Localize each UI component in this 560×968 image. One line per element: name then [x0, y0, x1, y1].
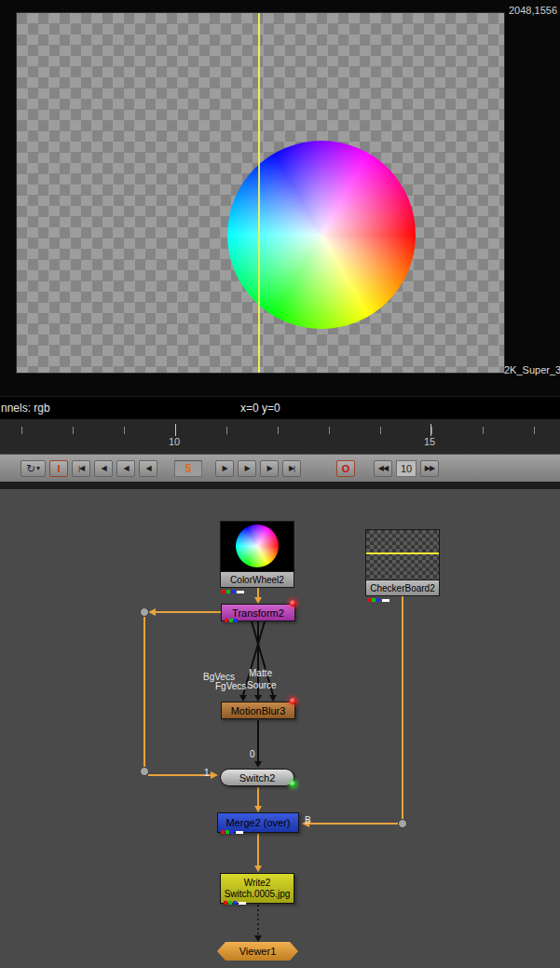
next-keyframe-button[interactable]: ▶ [260, 460, 279, 477]
node-label: Write2 [244, 878, 271, 889]
input-label-fgvecs: FgVecs [215, 681, 246, 691]
playback-mode-button[interactable]: ↻ ▾ [20, 460, 46, 477]
nuke-window: 2048,1556 2K_Super_3 nnels: rgb x=0 y=0 … [0, 0, 560, 968]
wire-motionblur-switch [254, 720, 262, 768]
node-viewer1[interactable]: Viewer1 [217, 942, 298, 961]
wire-elbow-dot [141, 768, 149, 776]
panel-divider [0, 482, 560, 489]
goto-start-button[interactable]: |◀ [72, 460, 90, 477]
current-frame-field[interactable]: 5 [174, 460, 202, 477]
colorwheel-thumb-image [236, 525, 279, 567]
node-label: MotionBlur3 [231, 705, 286, 716]
node-graph-panel[interactable]: ColorWheel2 CheckerBoard2 Transform2 [0, 482, 560, 968]
node-label: CheckerBoard2 [365, 579, 440, 596]
viewer-resolution-label: 2048,1556 [509, 5, 557, 16]
viewer-panel[interactable]: 2048,1556 2K_Super_3 [0, 0, 560, 396]
node-label: Merge2 (over) [225, 817, 290, 828]
step-forward-button[interactable]: ▶ [215, 460, 234, 477]
status-indicator [290, 781, 296, 787]
skip-back-button[interactable]: ◀◀ [374, 460, 392, 477]
input-label-1: 1 [204, 768, 210, 778]
viewer-format-label: 2K_Super_3 [504, 364, 560, 375]
node-motionblur3[interactable]: MotionBlur3 [221, 702, 295, 719]
node-label: Switch2 [239, 772, 276, 784]
input-label-matte: Matte [249, 668, 272, 678]
wire-transform-switch [144, 608, 221, 779]
transport-toolbar: ↻ ▾ I |◀ ◀ ◀ ◀ 5 ▶ ▶ ▶ ▶| O ◀◀ 10 ▶▶ [0, 454, 560, 482]
viewer-status-bar: nnels: rgb x=0 y=0 [0, 396, 560, 419]
wire-elbow-dot [141, 608, 149, 617]
play-backward-button[interactable]: ◀ [116, 460, 135, 477]
colorwheel-thumbnail [220, 521, 294, 571]
timeline-major-tick [430, 424, 431, 436]
timeline-minor-ticks [0, 427, 560, 434]
out-point-button[interactable]: O [336, 460, 355, 477]
channel-indicator [225, 619, 238, 622]
viewer-cursor-line [258, 13, 260, 373]
wire-merge-write [254, 834, 262, 872]
node-switch2[interactable]: Switch2 [220, 769, 294, 786]
node-transform2[interactable]: Transform2 [221, 604, 295, 621]
wire-elbow-dot [399, 820, 407, 828]
node-colorwheel2[interactable]: ColorWheel2 [220, 521, 294, 588]
goto-end-button[interactable]: ▶| [282, 460, 301, 477]
node-label: Viewer1 [239, 946, 277, 957]
input-label-b: B [305, 815, 311, 825]
node-write2[interactable]: Write2 Switch.0005.jpg [220, 873, 294, 904]
step-backward-button[interactable]: ◀ [139, 460, 157, 477]
frame-increment-field[interactable]: 10 [396, 460, 417, 477]
channel-indicator [221, 830, 243, 834]
wire-checkerboard-merge [302, 593, 403, 827]
node-label: ColorWheel2 [220, 571, 294, 588]
input-label-0: 0 [250, 749, 255, 759]
timeline-major-tick [175, 424, 176, 436]
node-label: Transform2 [232, 607, 284, 619]
wire-switch-merge [254, 787, 262, 812]
play-forward-button[interactable]: ▶ [238, 460, 256, 477]
skip-forward-button[interactable]: ▶▶ [420, 460, 439, 477]
channel-indicator [367, 598, 389, 602]
in-point-button[interactable]: I [49, 460, 68, 477]
timeline-frame-label: 10 [169, 436, 180, 447]
pixel-coords-label: x=0 y=0 [240, 402, 280, 415]
viewer-viewport[interactable] [17, 13, 504, 373]
node-checkerboard2[interactable]: CheckerBoard2 [365, 529, 440, 596]
thumb-scanline [366, 552, 439, 554]
channel-indicator [222, 590, 244, 593]
checkerboard-thumbnail [365, 529, 440, 579]
node-file-label: Switch.0005.jpg [225, 889, 291, 900]
error-indicator [290, 600, 296, 607]
prev-keyframe-button[interactable]: ◀ [94, 460, 113, 477]
wire-write-viewer [254, 905, 262, 942]
input-label-source: Source [247, 680, 277, 690]
channels-label: nnels: rgb [1, 402, 50, 415]
chevron-down-icon: ▾ [36, 464, 40, 472]
node-merge2[interactable]: Merge2 (over) [217, 812, 299, 833]
colorwheel-image [227, 141, 416, 329]
loop-icon: ↻ [26, 462, 35, 475]
channel-indicator [224, 901, 246, 905]
timeline-frame-label: 15 [424, 436, 435, 447]
error-indicator [290, 698, 296, 704]
timeline-ruler[interactable]: 10 15 [0, 419, 560, 454]
checkerboard-thumb-image [366, 530, 439, 579]
wire-colorwheel-transform [254, 587, 262, 604]
